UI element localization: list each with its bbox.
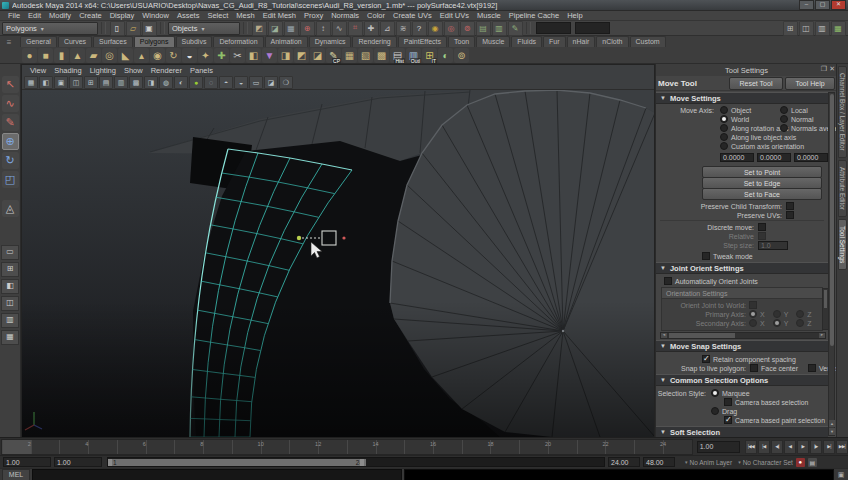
layout-four-view[interactable]: ⊞ [1, 262, 19, 277]
timeline-tick[interactable]: 4 [88, 440, 117, 454]
menu-item[interactable]: Edit UVs [436, 11, 473, 20]
primary-axis-x[interactable] [749, 310, 757, 318]
float-panel-icon[interactable]: ❐ [821, 65, 827, 73]
shelf-icon[interactable]: ✂ [230, 48, 245, 63]
marquee-radio[interactable] [711, 389, 719, 397]
shelf-tab[interactable]: Fluids [511, 36, 542, 47]
panel-toolbar-icon[interactable]: ▥ [114, 76, 128, 89]
shelf-icon[interactable]: ↻ [166, 48, 181, 63]
input-field-x[interactable] [536, 22, 571, 34]
panel-toolbar-icon[interactable]: ◪ [264, 76, 278, 89]
panel-toolbar-icon[interactable]: ◌ [204, 76, 218, 89]
shelf-icon[interactable]: ▥Outl [406, 48, 421, 63]
timeline-tick[interactable] [232, 440, 261, 454]
tab-tool-settings[interactable]: Tool Settings [838, 219, 847, 270]
radio-world[interactable]: World [720, 115, 749, 123]
tool-settings-header[interactable]: Tool Settings ❐✕ [656, 64, 837, 76]
statusline-icon[interactable]: ⊕ [300, 21, 315, 36]
save-scene-icon[interactable]: ▣ [142, 21, 157, 36]
shelf-tab[interactable]: Curves [58, 36, 92, 47]
timeline-tick[interactable] [289, 440, 318, 454]
panel-menu-item[interactable]: View [26, 66, 50, 75]
axis-field-x[interactable]: 0.0000 [720, 153, 754, 162]
menu-item[interactable]: Edit Mesh [259, 11, 300, 20]
radio-local[interactable]: Local [780, 106, 808, 114]
maximize-button[interactable]: ▢ [815, 0, 830, 10]
menu-item[interactable]: Select [203, 11, 232, 20]
vertex-checkbox[interactable] [808, 364, 816, 372]
scale-tool[interactable]: ◰ [2, 171, 19, 188]
shelf-icon[interactable]: ● [22, 48, 37, 63]
shelf-icon[interactable]: ◨ [278, 48, 293, 63]
shelf-icon[interactable]: ⊞IT [422, 48, 437, 63]
section-joint-orient-settings[interactable]: ▼Joint Orient Settings [656, 262, 828, 274]
statusline-icon[interactable]: ⊚ [460, 21, 475, 36]
drag-radio[interactable]: Drag [711, 407, 737, 415]
shelf-icon[interactable]: ◩ [294, 48, 309, 63]
tab-attribute-editor[interactable]: Attribute Editor [838, 160, 847, 217]
menu-item[interactable]: Pipeline Cache [505, 11, 563, 20]
menu-item[interactable]: Display [106, 11, 139, 20]
section-move-settings[interactable]: ▼Move Settings [656, 92, 828, 104]
axis-field-y[interactable]: 0.0000 [757, 153, 791, 162]
range-slider-track[interactable]: 1 24 [107, 457, 605, 467]
orient-joint-world-checkbox[interactable] [749, 301, 757, 309]
shelf-tab[interactable]: Deformation [213, 36, 263, 47]
menu-item[interactable]: Proxy [300, 11, 327, 20]
paint-select-tool[interactable]: ✎ [2, 114, 19, 131]
layout-persp-outliner[interactable]: ◧ [1, 279, 19, 294]
select-tool[interactable]: ↖ [2, 76, 19, 93]
shelf-icon[interactable]: ◐ [438, 48, 453, 63]
step-forward-frame-button[interactable]: ▶| [823, 440, 835, 454]
timeline-tick[interactable]: 2 [31, 440, 60, 454]
panel-toolbar-icon[interactable]: ▭ [249, 76, 263, 89]
shelf-tab[interactable]: Custom [630, 36, 666, 47]
statusline-icon[interactable]: ≋ [396, 21, 411, 36]
panel-toolbar-icon[interactable]: ◍ [159, 76, 173, 89]
animation-start-field[interactable]: 1.00 [3, 457, 51, 467]
radio-normal[interactable]: Normal [780, 115, 814, 123]
shelf-tab[interactable]: Fur [543, 36, 566, 47]
panel-toolbar-icon[interactable]: ◓ [219, 76, 233, 89]
timeline-tick[interactable]: 6 [146, 440, 175, 454]
layout-single[interactable]: ▭ [1, 245, 19, 260]
shelf-tab[interactable]: General [20, 36, 57, 47]
input-field-y[interactable] [575, 22, 610, 34]
shelf-icon[interactable]: ⊚ [454, 48, 469, 63]
timeline-tick[interactable] [404, 440, 433, 454]
menu-item[interactable]: Assets [173, 11, 204, 20]
step-back-frame-button[interactable]: |◀ [758, 440, 770, 454]
ui-toggle-icon[interactable]: ▥ [815, 21, 830, 36]
face-center-checkbox[interactable] [750, 364, 758, 372]
auto-orient-joints-checkbox[interactable]: Automatically Orient Joints [664, 277, 758, 285]
timeline-tick[interactable]: 18 [490, 440, 519, 454]
shelf-icon[interactable]: ▴ [134, 48, 149, 63]
timeline-tick[interactable] [2, 440, 31, 454]
move-tool[interactable]: ⊕ [2, 133, 19, 150]
radio-object[interactable]: Object [720, 106, 751, 114]
statusline-icon[interactable]: ◉ [428, 21, 443, 36]
timeline-tick[interactable]: 10 [261, 440, 290, 454]
playback-start-field[interactable]: 1.00 [54, 457, 102, 467]
shelf-icon[interactable]: ◎ [102, 48, 117, 63]
panel-menu-item[interactable]: Panels [186, 66, 217, 75]
menu-item[interactable]: Mesh [232, 11, 258, 20]
shelf-icon[interactable]: ▼ [262, 48, 277, 63]
menu-item[interactable]: Muscle [473, 11, 505, 20]
close-panel-icon[interactable]: ✕ [829, 65, 835, 73]
shelf-tab[interactable]: Toon [448, 36, 475, 47]
statusline-icon[interactable]: ▥ [492, 21, 507, 36]
section-common-selection-options[interactable]: ▼Common Selection Options [656, 374, 828, 386]
playback-range-bar[interactable]: 1 24 [110, 459, 366, 466]
shelf-tab[interactable]: Subdivs [176, 36, 213, 47]
viewport-canvas[interactable] [22, 90, 654, 437]
tool-help-button[interactable]: Tool Help [785, 77, 835, 90]
tweak-mode-checkbox[interactable]: Tweak mode [702, 252, 753, 260]
time-slider-ruler[interactable]: 24681012141618202224 [1, 439, 693, 455]
playback-end-field[interactable]: 24.00 [608, 457, 640, 467]
animation-preferences-icon[interactable]: ▤ [808, 458, 817, 467]
help-icon[interactable]: ▣ [836, 470, 846, 480]
minimize-button[interactable]: – [799, 0, 814, 10]
timeline-tick[interactable]: 14 [376, 440, 405, 454]
menu-item[interactable]: Help [563, 11, 586, 20]
